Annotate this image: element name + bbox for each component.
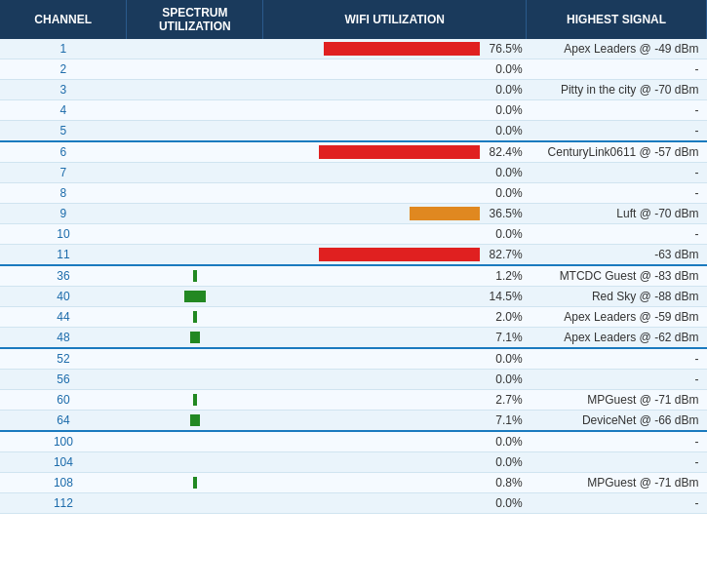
spectrum-cell: [127, 204, 263, 224]
wifi-util-cell: 0.0%: [263, 100, 527, 121]
channel-cell: 11: [0, 245, 127, 266]
signal-cell: Apex Leaders @ -62 dBm: [527, 328, 707, 349]
channel-cell: 8: [0, 183, 127, 204]
spectrum-cell: [127, 59, 263, 80]
signal-cell: -: [527, 59, 707, 80]
table-row: 602.7%MPGuest @ -71 dBm: [0, 390, 707, 411]
wifi-util-cell: 0.0%: [263, 493, 527, 514]
wifi-pct-label: 0.0%: [484, 62, 523, 76]
wifi-pct-label: 76.5%: [484, 42, 523, 56]
signal-cell: -63 dBm: [527, 245, 707, 266]
channel-cell: 112: [0, 493, 127, 514]
signal-cell: MTCDC Guest @ -83 dBm: [527, 265, 707, 287]
table-row: 80.0%-: [0, 183, 707, 204]
wifi-pct-label: 7.1%: [484, 331, 523, 344]
wifi-util-cell: 82.4%: [263, 141, 527, 163]
table-row: 560.0%-: [0, 370, 707, 390]
wifi-util-cell: 0.0%: [263, 431, 527, 452]
signal-cell: -: [527, 370, 707, 390]
spectrum-cell: [127, 183, 263, 204]
wifi-util-cell: 36.5%: [263, 204, 527, 224]
wifi-util-cell: 0.0%: [263, 370, 527, 390]
signal-cell: MPGuest @ -71 dBm: [527, 473, 707, 493]
spectrum-cell: [127, 411, 263, 432]
wifi-pct-label: 82.4%: [484, 145, 523, 159]
spectrum-cell: [127, 370, 263, 390]
wifi-pct-label: 0.0%: [484, 227, 523, 241]
spectrum-cell: [127, 493, 263, 514]
wifi-pct-label: 2.7%: [484, 393, 523, 407]
wifi-pct-label: 0.0%: [484, 124, 523, 137]
channel-cell: 108: [0, 473, 127, 493]
channel-cell: 6: [0, 141, 127, 163]
signal-cell: -: [527, 452, 707, 473]
table-row: 487.1%Apex Leaders @ -62 dBm: [0, 328, 707, 349]
table-header: CHANNEL SPECTRUM UTILIZATION WIFI UTILIZ…: [0, 0, 707, 39]
table-row: 20.0%-: [0, 59, 707, 80]
channel-cell: 56: [0, 370, 127, 390]
header-spectrum: SPECTRUM UTILIZATION: [127, 0, 263, 39]
spectrum-cell: [127, 265, 263, 287]
spectrum-cell: [127, 307, 263, 328]
spectrum-cell: [127, 390, 263, 411]
table-row: 361.2%MTCDC Guest @ -83 dBm: [0, 265, 707, 287]
channel-cell: 5: [0, 121, 127, 142]
header-channel: CHANNEL: [0, 0, 127, 39]
spectrum-cell: [127, 348, 263, 370]
spectrum-cell: [127, 452, 263, 473]
channel-cell: 7: [0, 163, 127, 183]
wifi-util-cell: 0.0%: [263, 183, 527, 204]
wifi-util-cell: 76.5%: [263, 39, 527, 59]
table-row: 682.4%CenturyLink0611 @ -57 dBm: [0, 141, 707, 163]
wifi-util-cell: 0.0%: [263, 224, 527, 245]
table-row: 1000.0%-: [0, 431, 707, 452]
table-row: 50.0%-: [0, 121, 707, 142]
signal-cell: Apex Leaders @ -59 dBm: [527, 307, 707, 328]
wifi-pct-label: 0.0%: [484, 435, 523, 449]
channel-cell: 3: [0, 80, 127, 100]
signal-cell: -: [527, 163, 707, 183]
signal-cell: Pitty in the city @ -70 dBm: [527, 80, 707, 100]
wifi-pct-label: 7.1%: [484, 413, 523, 427]
wifi-util-cell: 82.7%: [263, 245, 527, 266]
wifi-pct-label: 14.5%: [484, 290, 523, 303]
channel-cell: 64: [0, 411, 127, 432]
channel-cell: 10: [0, 224, 127, 245]
wifi-util-cell: 0.0%: [263, 59, 527, 80]
wifi-util-cell: 0.8%: [263, 473, 527, 493]
signal-cell: MPGuest @ -71 dBm: [527, 390, 707, 411]
signal-cell: -: [527, 183, 707, 204]
spectrum-cell: [127, 39, 263, 59]
channel-cell: 4: [0, 100, 127, 121]
wifi-pct-label: 0.0%: [484, 496, 523, 510]
wifi-pct-label: 0.0%: [484, 352, 523, 366]
table-row: 176.5%Apex Leaders @ -49 dBm: [0, 39, 707, 59]
table-row: 442.0%Apex Leaders @ -59 dBm: [0, 307, 707, 328]
wifi-util-cell: 0.0%: [263, 452, 527, 473]
spectrum-cell: [127, 121, 263, 142]
table-row: 30.0%Pitty in the city @ -70 dBm: [0, 80, 707, 100]
table-row: 100.0%-: [0, 224, 707, 245]
wifi-pct-label: 1.2%: [484, 269, 523, 283]
wifi-util-cell: 14.5%: [263, 287, 527, 307]
channel-cell: 48: [0, 328, 127, 349]
channel-cell: 9: [0, 204, 127, 224]
signal-cell: -: [527, 224, 707, 245]
spectrum-cell: [127, 163, 263, 183]
channel-cell: 1: [0, 39, 127, 59]
wifi-pct-label: 82.7%: [484, 248, 523, 261]
signal-cell: DeviceNet @ -66 dBm: [527, 411, 707, 432]
table-row: 40.0%-: [0, 100, 707, 121]
header-wifi: WIFI UTILIZATION: [263, 0, 527, 39]
channel-cell: 104: [0, 452, 127, 473]
wifi-util-cell: 0.0%: [263, 163, 527, 183]
wifi-pct-label: 0.0%: [484, 166, 523, 179]
header-signal: HIGHEST SIGNAL: [527, 0, 707, 39]
signal-cell: -: [527, 431, 707, 452]
spectrum-cell: [127, 328, 263, 349]
table-row: 936.5%Luft @ -70 dBm: [0, 204, 707, 224]
wifi-pct-label: 0.0%: [484, 455, 523, 469]
table-row: 1182.7%-63 dBm: [0, 245, 707, 266]
channel-cell: 100: [0, 431, 127, 452]
signal-cell: -: [527, 493, 707, 514]
